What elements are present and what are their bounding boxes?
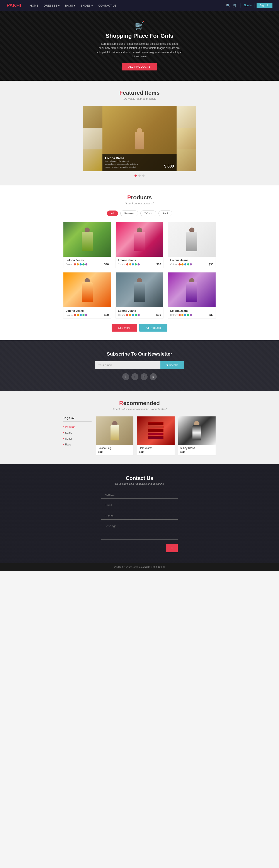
tag-popular[interactable]: Popular	[63, 424, 92, 430]
rec-price-2: $30	[139, 450, 173, 454]
slider-dot-2[interactable]	[138, 175, 141, 177]
product-colors-row-6: Colors: $30	[170, 313, 213, 316]
product-price-1: $30	[104, 262, 109, 266]
product-card-6: Lolona Jeans Colors: $30	[168, 272, 216, 318]
color-dot	[77, 314, 79, 316]
featured-thumb-2[interactable]	[83, 128, 102, 149]
social-icons: f t in p	[6, 373, 273, 380]
colors-label-6: Colors:	[170, 314, 178, 316]
signup-button[interactable]: Sign Up	[256, 3, 273, 8]
product-name-5: Lolona Jeans	[118, 309, 161, 312]
logo[interactable]: PAKHI	[6, 3, 21, 8]
tag-seller[interactable]: Seller	[63, 436, 92, 441]
product-colors-row-5: Colors: $30	[118, 313, 161, 316]
pb6	[186, 282, 197, 302]
rec-name-1: Lolona Bag	[98, 446, 132, 450]
nav-links: HOME DRESSES ▾ BAGS ▾ SHOES ▾ CONTACT US	[30, 3, 226, 7]
product-figure-6	[186, 278, 197, 302]
facebook-icon[interactable]: f	[122, 373, 129, 380]
products-subtitle: "check out our products"	[6, 202, 273, 205]
color-dot	[85, 314, 88, 316]
color-dot	[181, 314, 183, 316]
nav-contact[interactable]: CONTACT US	[98, 4, 116, 7]
filter-kameez[interactable]: Kameez	[120, 211, 138, 216]
hero-cta-button[interactable]: ALL PRODUCTS	[122, 63, 157, 70]
product-card-1: Lolona Jeans Colors: $30	[63, 222, 111, 268]
rec-card-3: Sunny Dress $30	[178, 416, 216, 456]
product-colors-2: Colors:	[118, 263, 140, 266]
product-name-6: Lolona Jeans	[170, 309, 213, 312]
belt-3	[148, 429, 164, 432]
twitter-icon[interactable]: t	[132, 373, 138, 380]
product-image-5	[116, 273, 163, 307]
colors-label-2: Colors:	[118, 263, 126, 266]
search-icon[interactable]: 🔍	[226, 3, 231, 8]
slider-dots	[6, 175, 273, 177]
product-price-4: $30	[104, 313, 109, 316]
nav-shoes[interactable]: SHOES ▾	[81, 4, 93, 7]
tag-sales[interactable]: Sales	[63, 430, 92, 436]
subscribe-button[interactable]: Subscribe	[161, 361, 184, 369]
product-image-4	[63, 273, 111, 307]
slider-dot-3[interactable]	[142, 175, 144, 177]
pinterest-icon[interactable]: p	[150, 373, 157, 380]
slider-dot-1[interactable]	[135, 175, 137, 177]
featured-item-name: Lolona Dress	[105, 156, 140, 160]
see-more-button[interactable]: See More	[112, 324, 137, 332]
contact-email-input[interactable]	[101, 501, 178, 509]
contact-title-rest: ontact Us	[130, 475, 153, 481]
featured-thumb-1[interactable]	[83, 106, 102, 128]
nav-home[interactable]: HOME	[30, 4, 38, 7]
signin-button[interactable]: Sign In	[240, 3, 255, 8]
colors-label-3: Colors:	[170, 263, 178, 266]
filter-tshirt[interactable]: T-Shirt	[140, 211, 156, 216]
nav-dresses[interactable]: DRESSES ▾	[44, 4, 60, 7]
contact-form: ✈	[101, 491, 178, 552]
contact-subtitle: "let us know your feedbacks and question…	[6, 482, 273, 485]
nav-bags[interactable]: BAGS ▾	[65, 4, 75, 7]
featured-thumb-4[interactable]	[177, 106, 196, 128]
color-dot	[138, 314, 140, 316]
color-dot	[138, 263, 140, 266]
featured-title: Featured Items	[6, 89, 273, 96]
filter-all[interactable]: All	[107, 211, 118, 216]
cart-icon[interactable]: 🛒	[233, 3, 237, 8]
product-info-5: Lolona Jeans Colors: $30	[116, 307, 163, 318]
tag-list: Popular Sales Seller Rate	[63, 424, 92, 447]
product-info-6: Lolona Jeans Colors: $30	[168, 307, 216, 318]
hero-cart-icon: 🛒	[96, 21, 183, 30]
colors-label-5: Colors:	[118, 314, 126, 316]
featured-thumb-6[interactable]	[177, 149, 196, 171]
linkedin-icon[interactable]: in	[141, 373, 147, 380]
newsletter-email-input[interactable]	[95, 361, 161, 369]
hero-title: Shopping Place For Girls	[96, 32, 183, 39]
filter-pant[interactable]: Pant	[159, 211, 172, 216]
contact-name-input[interactable]	[101, 491, 178, 499]
footer-bar: 访问圈子社区bbs.xienluo.com获取下载更多资源	[0, 563, 279, 571]
product-colors-row-2: Colors: $30	[118, 262, 161, 266]
color-dot	[178, 263, 181, 266]
contact-phone-input[interactable]	[101, 512, 178, 520]
product-colors-row-3: Colors: $30	[170, 262, 213, 266]
product-filters: All Kameez T-Shirt Pant	[6, 211, 273, 216]
all-products-button[interactable]: All Products	[139, 324, 167, 332]
color-dot	[79, 263, 82, 266]
color-dot	[77, 263, 79, 266]
contact-message-input[interactable]	[101, 522, 178, 540]
product-price-6: $30	[209, 313, 213, 316]
product-colors-row-1: Colors: $30	[66, 262, 109, 266]
color-dot	[82, 314, 84, 316]
rec-name-2: Jism Watch	[139, 446, 173, 450]
contact-submit-button[interactable]: ✈	[166, 544, 178, 552]
logo-text: AKHI	[9, 3, 21, 8]
product-price-2: $30	[156, 262, 161, 266]
product-name-3: Lolona Jeans	[170, 258, 213, 262]
tag-rate[interactable]: Rate	[63, 441, 92, 447]
featured-thumb-3[interactable]	[83, 149, 102, 171]
featured-title-rest: eatured Items	[123, 89, 160, 96]
pb2	[134, 232, 145, 251]
featured-thumb-5[interactable]	[177, 128, 196, 149]
product-card-4: Lolona Jeans Colors: $30	[63, 272, 111, 318]
rec-image-3	[178, 416, 216, 445]
featured-slider: Lolona Dress Lorem ipsum dolor sit amet,…	[83, 106, 196, 171]
